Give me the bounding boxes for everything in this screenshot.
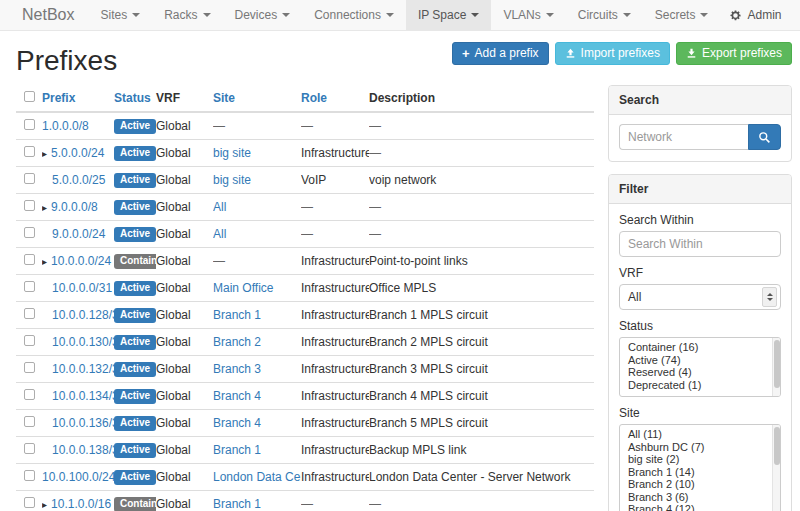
multiselect-option[interactable]: Branch 4 (12)	[620, 503, 780, 511]
prefix-link[interactable]: 10.0.0.134/31	[52, 389, 114, 403]
vrf-value: Global	[156, 362, 191, 376]
multiselect-option[interactable]: Active (74)	[620, 354, 780, 367]
site-link[interactable]: All	[213, 200, 226, 214]
prefix-link[interactable]: 10.0.0.130/31	[52, 335, 114, 349]
select-all-checkbox[interactable]	[24, 91, 35, 102]
multiselect-option[interactable]: big site (2)	[620, 453, 780, 466]
prefix-link[interactable]: 10.0.0.0/31	[52, 281, 112, 295]
scrollbar-track[interactable]	[772, 338, 780, 396]
nav-item-profile[interactable]: Profile	[790, 0, 800, 30]
vrf-select[interactable]: All	[619, 284, 781, 310]
site-link[interactable]: Branch 1	[213, 497, 261, 511]
row-checkbox[interactable]	[24, 416, 35, 427]
scrollbar-thumb[interactable]	[774, 340, 780, 388]
site-link[interactable]: Branch 4	[213, 389, 261, 403]
site-multiselect[interactable]: All (11)Ashburn DC (7)big site (2)Branch…	[619, 424, 781, 511]
row-checkbox[interactable]	[24, 389, 35, 400]
row-checkbox[interactable]	[24, 119, 35, 130]
prefix-link[interactable]: 10.0.0.136/31	[52, 416, 114, 430]
nav-item-vlans[interactable]: VLANs	[491, 0, 565, 30]
multiselect-option[interactable]: Branch 2 (10)	[620, 478, 780, 491]
multiselect-option[interactable]: Branch 3 (6)	[620, 491, 780, 504]
prefix-link[interactable]: 10.0.0.128/31	[52, 308, 114, 322]
row-checkbox[interactable]	[24, 281, 35, 292]
prefix-link[interactable]: 5.0.0.0/25	[52, 173, 105, 187]
multiselect-option[interactable]: Ashburn DC (7)	[620, 441, 780, 454]
gear-icon	[729, 9, 742, 22]
nav-item-devices[interactable]: Devices	[223, 0, 303, 30]
row-checkbox[interactable]	[24, 497, 35, 508]
multiselect-option[interactable]: Reserved (4)	[620, 366, 780, 379]
import-prefixes-button[interactable]: Import prefixes	[555, 42, 670, 65]
search-within-input[interactable]	[619, 231, 781, 257]
nav-item-connections[interactable]: Connections	[302, 0, 406, 30]
row-checkbox[interactable]	[24, 335, 35, 346]
multiselect-option[interactable]: Deprecated (1)	[620, 379, 780, 392]
scrollbar-thumb[interactable]	[774, 427, 780, 465]
site-link[interactable]: Branch 4	[213, 416, 261, 430]
expand-caret-icon[interactable]: ▸	[42, 256, 47, 267]
nav-item-racks[interactable]: Racks	[152, 0, 222, 30]
status-multiselect[interactable]: Container (16)Active (74)Reserved (4)Dep…	[619, 337, 781, 397]
role-value: —	[301, 497, 313, 511]
site-link[interactable]: big site	[213, 173, 251, 187]
sort-link-role[interactable]: Role	[301, 91, 327, 105]
status-badge: Active	[114, 416, 156, 431]
site-link[interactable]: Branch 1	[213, 443, 261, 457]
row-checkbox[interactable]	[24, 146, 35, 157]
row-checkbox[interactable]	[24, 308, 35, 319]
row-checkbox[interactable]	[24, 362, 35, 373]
nav-item-admin[interactable]: Admin	[720, 0, 790, 30]
app-logo[interactable]: NetBox	[22, 0, 74, 30]
role-value: —	[301, 227, 313, 241]
prefix-link[interactable]: 10.1.0.0/16	[51, 497, 111, 511]
prefix-link[interactable]: 10.0.0.138/31	[52, 443, 114, 457]
nav-item-circuits[interactable]: Circuits	[566, 0, 643, 30]
vrf-value: Global	[156, 389, 191, 403]
row-checkbox[interactable]	[24, 200, 35, 211]
expand-caret-icon[interactable]: ▸	[42, 202, 47, 213]
site-link[interactable]: All	[213, 227, 226, 241]
nav-item-sites[interactable]: Sites	[88, 0, 152, 30]
add-prefix-button[interactable]: + Add a prefix	[452, 42, 549, 65]
vrf-value: Global	[156, 227, 191, 241]
prefix-link[interactable]: 9.0.0.0/24	[52, 227, 105, 241]
prefix-table: PrefixStatusVRFSiteRoleDescription 1.0.0…	[16, 85, 594, 511]
prefix-link[interactable]: 9.0.0.0/8	[51, 200, 98, 214]
row-checkbox[interactable]	[24, 443, 35, 454]
import-icon	[565, 48, 576, 59]
site-link[interactable]: Branch 2	[213, 335, 261, 349]
site-link[interactable]: Branch 1	[213, 308, 261, 322]
search-button[interactable]	[748, 124, 781, 150]
expand-caret-icon[interactable]: ▸	[42, 499, 47, 510]
site-link[interactable]: Branch 3	[213, 362, 261, 376]
prefix-link[interactable]: 10.0.0.0/24	[51, 254, 111, 268]
table-row: 10.0.0.128/31ActiveGlobalBranch 1Infrast…	[16, 302, 594, 329]
chevron-down-icon	[282, 13, 290, 17]
search-input[interactable]	[619, 124, 748, 150]
sort-link-prefix[interactable]: Prefix	[42, 91, 75, 105]
site-link[interactable]: big site	[213, 146, 251, 160]
nav-item-ip-space[interactable]: IP Space	[406, 0, 491, 30]
export-prefixes-button[interactable]: Export prefixes	[676, 42, 792, 65]
multiselect-option[interactable]: All (11)	[620, 428, 780, 441]
prefix-link[interactable]: 10.0.0.132/31	[52, 362, 114, 376]
site-link[interactable]: Main Office	[213, 281, 273, 295]
scrollbar-track[interactable]	[772, 425, 780, 511]
sort-link-status[interactable]: Status	[114, 91, 151, 105]
row-checkbox[interactable]	[24, 254, 35, 265]
expand-caret-icon[interactable]: ▸	[42, 148, 47, 159]
prefix-link[interactable]: 1.0.0.0/8	[42, 119, 89, 133]
row-checkbox[interactable]	[24, 173, 35, 184]
column-header-status: Status	[114, 85, 156, 112]
site-link[interactable]: London Data Center	[213, 470, 301, 484]
row-checkbox[interactable]	[24, 470, 35, 481]
nav-item-label: Sites	[100, 8, 127, 22]
row-checkbox[interactable]	[24, 227, 35, 238]
prefix-link[interactable]: 10.0.100.0/24	[42, 470, 114, 484]
multiselect-option[interactable]: Branch 1 (14)	[620, 466, 780, 479]
prefix-link[interactable]: 5.0.0.0/24	[51, 146, 104, 160]
sort-link-site[interactable]: Site	[213, 91, 235, 105]
multiselect-option[interactable]: Container (16)	[620, 341, 780, 354]
nav-item-secrets[interactable]: Secrets	[643, 0, 721, 30]
